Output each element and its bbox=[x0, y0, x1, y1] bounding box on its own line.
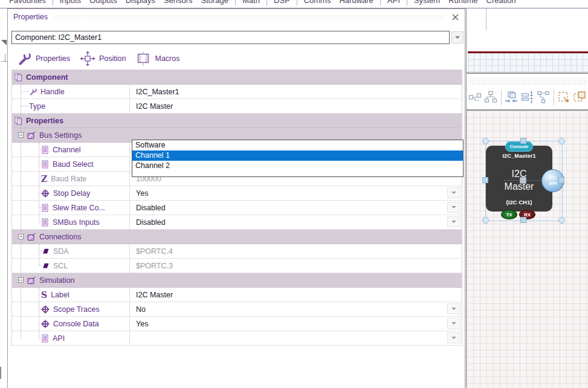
compress-v-button[interactable] bbox=[520, 90, 534, 105]
menu-item-displays[interactable]: Displays bbox=[121, 0, 160, 5]
panel-tool-properties[interactable]: Properties bbox=[18, 51, 70, 66]
scope-icon bbox=[41, 305, 50, 314]
selection-corner-handle[interactable] bbox=[558, 217, 565, 224]
property-value[interactable]: $PORTC.4 bbox=[130, 247, 462, 256]
menu-item-outputs[interactable]: Outputs bbox=[85, 0, 121, 5]
console-badge[interactable]: Console bbox=[505, 141, 533, 152]
menu-item-sensors[interactable]: Sensors bbox=[160, 0, 197, 5]
toolbar-separator bbox=[501, 89, 502, 105]
pages-icon bbox=[15, 73, 22, 82]
dropdown-button[interactable] bbox=[447, 318, 460, 329]
property-value[interactable]: Yes bbox=[130, 189, 462, 198]
title-drag-texture[interactable] bbox=[53, 15, 445, 21]
properties-panel: Properties Component: I2C_Master1 Proper… bbox=[7, 8, 465, 388]
property-row-api[interactable]: API bbox=[12, 331, 462, 346]
tree-guide-line bbox=[39, 143, 39, 222]
collapse-arrow-icon[interactable] bbox=[1, 40, 7, 45]
property-value[interactable]: I2C Master bbox=[130, 102, 462, 111]
dropdown-option-channel-1[interactable]: Channel 1 bbox=[132, 150, 463, 161]
wrench-tool-icon bbox=[18, 51, 32, 66]
property-label: Stop Delay bbox=[53, 189, 90, 198]
property-value[interactable]: Disabled bbox=[130, 218, 462, 227]
property-value[interactable]: $PORTC.3 bbox=[130, 262, 462, 270]
menu-item-math[interactable]: Math bbox=[238, 0, 264, 5]
tree-guide-line bbox=[39, 288, 39, 338]
selection-edge-handle[interactable] bbox=[520, 138, 526, 144]
tree-branch-line bbox=[21, 91, 28, 92]
panel-title-bar[interactable]: Properties bbox=[8, 9, 465, 25]
close-icon[interactable] bbox=[451, 13, 459, 21]
menu-item-inputs[interactable]: Inputs bbox=[56, 0, 85, 5]
property-row-console-data[interactable]: Console DataYes bbox=[12, 317, 462, 331]
property-label: Baud Rate bbox=[51, 175, 86, 183]
property-row-type[interactable]: TypeI2C Master bbox=[12, 99, 462, 114]
dropdown-button[interactable] bbox=[447, 202, 460, 213]
menu-item-storage[interactable]: Storage bbox=[196, 0, 233, 5]
selection-corner-handle[interactable] bbox=[482, 217, 489, 224]
scope-icon bbox=[41, 320, 50, 328]
property-label: Baud Select bbox=[53, 160, 93, 169]
panel-tool-macros[interactable]: Macros bbox=[135, 51, 179, 66]
property-value[interactable]: Disabled bbox=[130, 204, 462, 212]
property-row-sda[interactable]: SDA$PORTC.4 bbox=[12, 244, 462, 259]
chevron-down-icon bbox=[451, 308, 456, 310]
property-row-scope-traces[interactable]: Scope TracesNo bbox=[12, 302, 462, 317]
dropdown-button[interactable] bbox=[447, 303, 460, 314]
dropdown-option-software[interactable]: Software bbox=[132, 140, 463, 150]
schematic-canvas[interactable]: I2C_Master1 I2C Master (I2C CH1) Console… bbox=[466, 8, 588, 388]
property-value[interactable]: I2C_Master1 bbox=[130, 88, 462, 96]
distribute-button[interactable] bbox=[468, 90, 482, 105]
property-label: Connections bbox=[39, 233, 82, 241]
menu-item-api[interactable]: API bbox=[383, 0, 404, 5]
property-row-label[interactable]: SLabelI2C Master bbox=[12, 288, 462, 302]
section-row-properties[interactable]: Properties bbox=[12, 114, 462, 128]
panel-toolbar: PropertiesPositionMacros bbox=[18, 49, 189, 68]
select-region-alt-button[interactable] bbox=[573, 90, 586, 105]
node-tree-button[interactable] bbox=[537, 90, 550, 105]
chevron-down-icon bbox=[451, 322, 456, 325]
flowchart-connector-fragment bbox=[0, 367, 1, 379]
tree-guide-line bbox=[39, 244, 39, 266]
property-value[interactable]: I2C Master bbox=[130, 291, 462, 299]
dropdown-option-channel-2[interactable]: Channel 2 bbox=[132, 161, 463, 171]
selection-edge-handle[interactable] bbox=[558, 177, 564, 183]
property-value[interactable]: Yes bbox=[130, 320, 462, 328]
menu-item-hardware[interactable]: Hardware bbox=[335, 0, 377, 5]
selection-corner-handle[interactable] bbox=[558, 138, 565, 144]
menu-item-favourites[interactable]: Favourites bbox=[5, 0, 50, 5]
panel-tool-position[interactable]: Position bbox=[80, 51, 126, 66]
property-row-smbus-inputs[interactable]: SMBus InputsDisabled bbox=[12, 215, 462, 230]
component-selector-dropdown-button[interactable] bbox=[451, 31, 464, 44]
menu-item-dsp[interactable]: DSP bbox=[270, 0, 294, 5]
property-row-scl[interactable]: SCL$PORTC.3 bbox=[12, 259, 462, 273]
section-row-connections[interactable]: Connections bbox=[12, 230, 462, 244]
menu-item-comms[interactable]: Comms bbox=[300, 0, 335, 5]
menu-item-system[interactable]: System bbox=[410, 0, 444, 5]
menu-separator bbox=[53, 0, 53, 5]
selection-edge-handle[interactable] bbox=[482, 177, 488, 183]
dropdown-button[interactable] bbox=[447, 216, 460, 227]
panel-title: Properties bbox=[13, 13, 48, 21]
property-row-slew-rate-co[interactable]: Slew Rate Co...Disabled bbox=[12, 201, 462, 215]
component-selector[interactable]: Component: I2C_Master1 bbox=[11, 31, 450, 44]
compress-h-button[interactable] bbox=[505, 90, 518, 105]
property-row-handle[interactable]: HandleI2C_Master1 bbox=[12, 85, 462, 99]
section-row-simulation[interactable]: Simulation bbox=[12, 273, 462, 288]
tx-badge[interactable]: TX bbox=[501, 210, 517, 219]
tree-guide-line bbox=[21, 85, 21, 338]
property-value[interactable]: No bbox=[130, 305, 462, 314]
toolbar-separator bbox=[554, 89, 554, 105]
property-row-stop-delay[interactable]: Stop DelayYes bbox=[12, 186, 462, 201]
panel-tool-label: Macros bbox=[155, 54, 179, 63]
hierarchy-button[interactable] bbox=[484, 90, 497, 105]
selection-center-handle[interactable] bbox=[520, 177, 526, 184]
toolbar-drag-texture[interactable] bbox=[468, 78, 588, 85]
dropdown-button[interactable] bbox=[447, 332, 460, 343]
section-row-component[interactable]: Component bbox=[12, 70, 462, 85]
menu-item-runtime[interactable]: Runtime bbox=[444, 0, 482, 5]
select-region-button[interactable] bbox=[557, 90, 570, 105]
selection-corner-handle[interactable] bbox=[482, 138, 489, 144]
dropdown-button[interactable] bbox=[447, 187, 460, 198]
menu-item-creation[interactable]: Creation bbox=[482, 0, 520, 5]
selection-edge-handle[interactable] bbox=[520, 217, 526, 223]
